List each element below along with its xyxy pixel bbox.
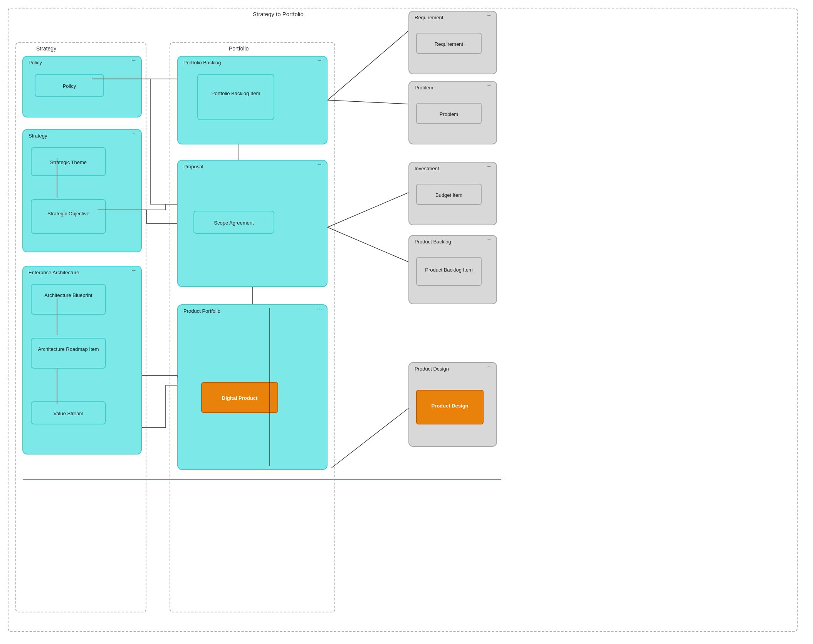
portfolio-backlog-chevron-icon: ⌒ bbox=[317, 60, 322, 67]
strategy-container: Strategy ⌒ Strategic Theme Strategic Obj… bbox=[22, 129, 142, 252]
diagram-title: Strategy to Portfolio bbox=[250, 11, 306, 17]
product-backlog-chevron-icon: ⌒ bbox=[486, 239, 492, 246]
strategic-objective-item: Strategic Objective bbox=[31, 199, 106, 234]
requirement-item: Requirement bbox=[416, 33, 482, 54]
value-stream-item: Value Stream bbox=[31, 401, 106, 424]
investment-chevron-icon: ⌒ bbox=[486, 166, 492, 173]
strategy-chevron-icon: ⌒ bbox=[131, 133, 136, 140]
product-design-container-title: Product Design bbox=[415, 366, 449, 372]
enterprise-arch-title: Enterprise Architecture bbox=[29, 270, 79, 275]
product-portfolio-title: Product Portfolio bbox=[183, 308, 220, 314]
proposal-chevron-icon: ⌒ bbox=[317, 164, 322, 171]
enterprise-arch-container: Enterprise Architecture ⌒ Architecture B… bbox=[22, 266, 142, 454]
budget-item: Budget Item bbox=[416, 184, 482, 205]
problem-item: Problem bbox=[416, 103, 482, 124]
diagram: Strategy to Portfolio Strategy Portfolio… bbox=[0, 0, 813, 644]
requirement-chevron-icon: ⌒ bbox=[486, 15, 492, 22]
policy-chevron-icon: ⌒ bbox=[131, 60, 136, 67]
policy-container-title: Policy bbox=[29, 60, 42, 65]
scope-agreement-item: Scope Agreement bbox=[193, 211, 274, 234]
product-design-chevron-icon: ⌒ bbox=[486, 366, 492, 373]
product-portfolio-container: Product Portfolio ⌒ Digital Product bbox=[177, 304, 328, 470]
arch-roadmap-item: Architecture Roadmap Item bbox=[31, 338, 106, 369]
policy-item: Policy bbox=[35, 74, 104, 97]
arch-blueprint-item: Architecture Blueprint bbox=[31, 284, 106, 315]
product-portfolio-chevron-icon: ⌒ bbox=[317, 308, 322, 315]
investment-container-title: Investment bbox=[415, 166, 439, 171]
strategic-theme-item: Strategic Theme bbox=[31, 147, 106, 176]
proposal-title: Proposal bbox=[183, 164, 203, 169]
problem-chevron-icon: ⌒ bbox=[486, 85, 492, 92]
enterprise-chevron-icon: ⌒ bbox=[131, 270, 136, 277]
digital-product-item: Digital Product bbox=[201, 382, 278, 413]
product-design-item: Product Design bbox=[416, 390, 484, 424]
requirement-container-title: Requirement bbox=[415, 15, 443, 20]
requirement-container: Requirement ⌒ Requirement bbox=[408, 11, 497, 74]
product-backlog-item: Product Backlog Item bbox=[416, 257, 482, 286]
strategy-container-title: Strategy bbox=[29, 133, 47, 139]
portfolio-backlog-item: Portfolio Backlog Item bbox=[197, 74, 274, 120]
proposal-container: Proposal ⌒ Scope Agreement bbox=[177, 160, 328, 287]
product-backlog-container: Product Backlog ⌒ Product Backlog Item bbox=[408, 235, 497, 304]
investment-container: Investment ⌒ Budget Item bbox=[408, 162, 497, 225]
product-design-container: Product Design ⌒ Product Design bbox=[408, 362, 497, 447]
problem-container: Problem ⌒ Problem bbox=[408, 81, 497, 144]
portfolio-backlog-container: Portfolio Backlog ⌒ Portfolio Backlog It… bbox=[177, 56, 328, 144]
product-backlog-title: Product Backlog bbox=[415, 239, 451, 245]
portfolio-label: Portfolio bbox=[227, 45, 250, 52]
problem-container-title: Problem bbox=[415, 85, 433, 91]
strategy-label: Strategy bbox=[35, 45, 58, 52]
policy-container: Policy ⌒ Policy bbox=[22, 56, 142, 117]
portfolio-backlog-title: Portfolio Backlog bbox=[183, 60, 221, 65]
